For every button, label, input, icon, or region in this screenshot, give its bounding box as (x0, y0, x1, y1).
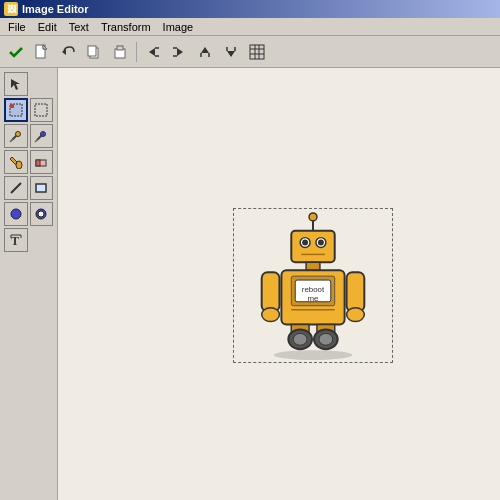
tool-row-select (4, 98, 53, 122)
select-rect-tool[interactable] (4, 98, 28, 122)
paint-bucket-tool[interactable] (4, 150, 28, 174)
svg-point-52 (318, 240, 324, 246)
paste-button[interactable] (108, 40, 132, 64)
menu-bar: File Edit Text Transform Image (0, 18, 500, 36)
copy-button[interactable] (82, 40, 106, 64)
svg-marker-16 (227, 51, 235, 57)
menu-image[interactable]: Image (157, 20, 200, 34)
svg-rect-63 (347, 272, 365, 311)
toolbox: T (0, 68, 58, 500)
separator-1 (136, 42, 137, 62)
svg-line-30 (10, 139, 13, 142)
svg-text:reboot: reboot (302, 285, 325, 294)
svg-marker-13 (201, 47, 209, 53)
undo-button[interactable] (56, 40, 80, 64)
app-icon: 🖼 (4, 2, 18, 16)
toolbar (0, 36, 500, 68)
svg-point-71 (274, 350, 353, 360)
robot-image[interactable]: reboot me (233, 208, 393, 363)
text-tool[interactable]: T (4, 228, 28, 252)
ellipse-tool[interactable] (4, 202, 28, 226)
svg-point-29 (15, 132, 20, 137)
svg-rect-48 (291, 231, 334, 263)
menu-file[interactable]: File (2, 20, 32, 34)
menu-transform[interactable]: Transform (95, 20, 157, 34)
menu-text[interactable]: Text (63, 20, 95, 34)
apply-button[interactable] (4, 40, 28, 64)
app-title: Image Editor (22, 3, 89, 15)
svg-point-67 (293, 333, 307, 345)
svg-point-62 (262, 308, 280, 322)
svg-rect-27 (35, 104, 47, 116)
svg-text:T: T (11, 234, 19, 247)
svg-marker-24 (11, 79, 20, 90)
grid-button[interactable] (245, 40, 269, 64)
arrow-up-button[interactable] (193, 40, 217, 64)
svg-point-70 (319, 333, 333, 345)
line-tool[interactable] (4, 176, 28, 200)
svg-rect-61 (262, 272, 280, 311)
rectangle-tool[interactable] (30, 176, 54, 200)
svg-rect-36 (36, 160, 40, 166)
svg-point-64 (347, 308, 365, 322)
select-freehand-tool[interactable] (30, 98, 53, 122)
svg-point-47 (309, 213, 317, 221)
tool-row-ellipse (4, 202, 53, 226)
svg-point-41 (38, 211, 44, 217)
arrow-left-button[interactable] (141, 40, 165, 64)
svg-marker-7 (149, 48, 155, 56)
arrow-right-button[interactable] (167, 40, 191, 64)
eyedropper-tool[interactable] (4, 124, 28, 148)
pointer-tool[interactable] (4, 72, 28, 96)
new-button[interactable] (30, 40, 54, 64)
tool-row-shapes (4, 176, 53, 200)
fill-eyedropper-tool[interactable] (30, 124, 54, 148)
tool-row-eyedropper (4, 124, 53, 148)
svg-rect-4 (88, 46, 96, 56)
svg-line-37 (11, 183, 21, 193)
eraser-tool[interactable] (30, 150, 54, 174)
svg-rect-26 (10, 104, 14, 108)
svg-point-39 (11, 209, 21, 219)
tool-row-text: T (4, 228, 53, 252)
svg-line-33 (35, 139, 38, 142)
svg-point-34 (16, 161, 22, 169)
main-content: T (0, 68, 500, 500)
svg-rect-19 (250, 45, 264, 59)
svg-point-50 (302, 240, 308, 246)
arrow-down-button[interactable] (219, 40, 243, 64)
ellipse-filled-tool[interactable] (30, 202, 54, 226)
canvas-area[interactable]: reboot me (58, 68, 500, 500)
svg-text:me: me (308, 294, 320, 303)
tool-row-fill (4, 150, 53, 174)
tool-row-pointer (4, 72, 53, 96)
svg-point-32 (41, 132, 46, 137)
svg-marker-10 (177, 48, 183, 56)
menu-edit[interactable]: Edit (32, 20, 63, 34)
svg-rect-6 (117, 46, 123, 50)
title-bar: 🖼 Image Editor (0, 0, 500, 18)
svg-rect-38 (36, 184, 46, 192)
svg-rect-54 (306, 262, 320, 270)
